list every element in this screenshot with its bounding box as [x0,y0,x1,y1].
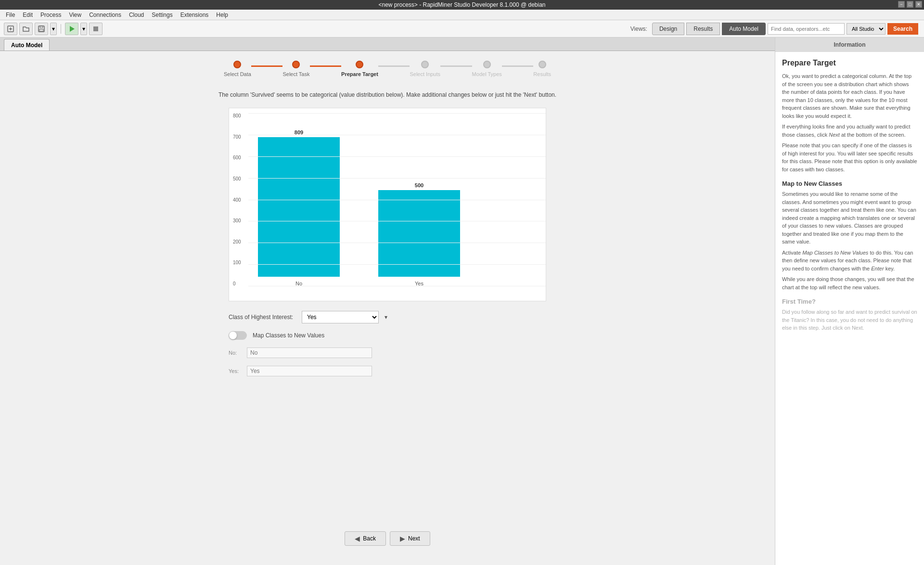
new-icon [7,25,14,33]
svg-rect-7 [93,26,98,31]
step-select-inputs: Select Inputs [410,61,440,77]
y-label-400: 400 [233,197,241,203]
connector-3 [378,65,410,67]
views-label: Views: [630,26,647,32]
class-interest-row: Class of Highest Interest: Yes No ▾ [229,311,546,323]
step-label-3: Prepare Target [341,71,378,77]
save-dropdown[interactable]: ▾ [50,23,57,35]
back-button[interactable]: ◀ Back [345,531,386,546]
info-title: Prepare Target [782,59,917,67]
map-no-input[interactable] [247,347,372,358]
stop-icon [92,25,100,33]
run-button[interactable] [65,23,78,35]
menu-extensions[interactable]: Extensions [177,11,213,19]
step-circle-3 [356,61,363,68]
step-circle-5 [483,61,491,68]
connector-1 [251,65,283,67]
tab-bar: Auto Model [0,38,775,51]
connector-4 [440,65,472,67]
auto-model-view-button[interactable]: Auto Model [722,23,766,35]
form-area: Class of Highest Interest: Yes No ▾ Map … [229,311,546,376]
y-label-500: 500 [233,176,241,181]
step-circle-1 [233,61,241,68]
y-label-0: 0 [233,281,241,286]
save-button[interactable] [35,23,48,35]
new-button[interactable] [4,23,17,35]
menu-file[interactable]: File [2,11,19,19]
search-input[interactable] [768,23,845,35]
menu-bar: File Edit Process View Connections Cloud… [0,10,924,20]
map-classes-toggle[interactable] [229,331,247,340]
save-icon [38,25,45,33]
class-interest-select[interactable]: Yes No [302,311,379,323]
content-area: Auto Model Select Data Select Task [0,38,775,565]
info-panel: Information Prepare Target Ok, you want … [775,38,924,565]
chart-bars: 809 No 500 Yes [248,113,536,286]
step-circle-2 [292,61,300,68]
map-no-key: No: [229,350,243,356]
class-interest-label: Class of Highest Interest: [229,314,296,321]
map-toggle-row: Map Classes to New Values [229,331,546,340]
toggle-knob [229,332,237,339]
info-para4: Sometimes you would like to rename some … [782,190,917,246]
step-circle-4 [421,61,429,68]
menu-help[interactable]: Help [212,11,232,19]
y-label-300: 300 [233,218,241,223]
main-layout: Auto Model Select Data Select Task [0,38,924,565]
info-para5: Activate Map Classes to New Values to do… [782,249,917,273]
toolbar: ▾ ▾ Views: Design Results Auto Model All… [0,20,924,38]
bar-yes-rect [378,190,460,277]
back-label: Back [363,535,376,542]
menu-view[interactable]: View [65,11,85,19]
menu-process[interactable]: Process [37,11,65,19]
menu-cloud[interactable]: Cloud [125,11,148,19]
open-button[interactable] [19,23,33,35]
auto-model-tab[interactable]: Auto Model [4,39,50,51]
close-button[interactable]: ✕ [915,1,922,8]
menu-edit[interactable]: Edit [19,11,37,19]
bar-no-label: No [295,281,302,286]
bar-yes-label: Yes [415,281,424,286]
next-arrow-icon: ▶ [400,535,405,542]
map-yes-row: Yes: [229,366,546,376]
step-model-types: Model Types [472,61,502,77]
results-view-button[interactable]: Results [686,23,720,35]
y-label-100: 100 [233,260,241,265]
maximize-button[interactable]: □ [907,1,913,8]
design-view-button[interactable]: Design [652,23,684,35]
info-para6: While you are doing those changes, you w… [782,275,917,291]
bar-chart: 0 100 200 300 400 500 600 700 800 809 No [229,108,546,301]
minimize-button[interactable]: − [898,1,905,8]
window-controls: − □ ✕ [898,1,922,8]
navigation-buttons: ◀ Back ▶ Next [10,522,765,555]
connector-2 [310,65,342,67]
bar-no-rect [258,137,340,277]
step-prepare-target: Prepare Target [341,61,378,77]
y-label-700: 700 [233,134,241,140]
dropdown-arrow: ▾ [385,314,387,321]
bar-no: 809 No [258,129,340,286]
info-para1: Ok, you want to predict a categorical co… [782,72,917,120]
info-panel-header: Information [775,38,924,52]
stop-button[interactable] [89,23,103,35]
search-scope-select[interactable]: All Studio [847,23,886,35]
step-label-2: Select Task [282,71,309,77]
steps-progress: Select Data Select Task Prepare Target [224,61,551,77]
menu-settings[interactable]: Settings [148,11,176,19]
info-section2-title: Map to New Classes [782,180,917,187]
menu-connections[interactable]: Connections [85,11,125,19]
map-yes-input[interactable] [247,366,372,376]
connector-5 [502,65,534,67]
open-icon [22,25,30,33]
next-button[interactable]: ▶ Next [390,531,430,546]
run-dropdown[interactable]: ▾ [80,23,87,35]
search-button[interactable]: Search [887,23,918,35]
back-arrow-icon: ◀ [355,535,360,542]
step-label-1: Select Data [224,71,251,77]
step-select-data: Select Data [224,61,251,77]
bar-no-value: 809 [295,129,303,135]
svg-rect-5 [39,29,43,31]
map-yes-key: Yes: [229,368,243,374]
run-icon [68,25,76,33]
step-results: Results [533,61,551,77]
